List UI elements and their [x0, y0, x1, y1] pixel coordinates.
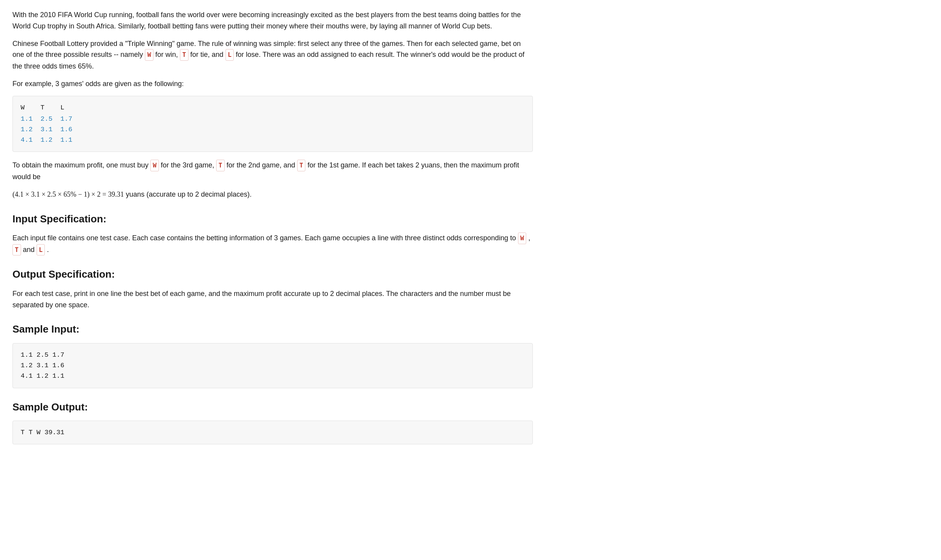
badge-t-example-2: T	[297, 160, 306, 171]
example-part1: To obtain the maximum profit, one must b…	[12, 161, 148, 169]
input-spec-heading: Input Specification:	[12, 211, 533, 227]
intro-paragraph-1: With the 2010 FIFA World Cup running, fo…	[12, 9, 533, 32]
badge-t-inline-1: T	[180, 49, 189, 61]
example-part3: for the 2nd game, and	[227, 161, 297, 169]
odds-table-row-3: 4.1 1.2 1.1	[21, 135, 525, 145]
sample-input-block: 1.1 2.5 1.7 1.2 3.1 1.6 4.1 1.2 1.1	[12, 343, 533, 388]
badge-t-input-spec: T	[12, 244, 21, 256]
badge-l-inline-1: L	[226, 49, 234, 61]
odds-table-row-2: 1.2 3.1 1.6	[21, 124, 525, 135]
input-spec-paragraph: Each input file contains one test case. …	[12, 232, 533, 255]
intro-p2-part3: for tie, and	[190, 51, 226, 58]
input-spec-period: .	[47, 246, 49, 254]
sample-output-heading: Sample Output:	[12, 399, 533, 416]
input-spec-and: and	[23, 246, 37, 254]
sample-input-line-3: 4.1 1.2 1.1	[21, 371, 525, 381]
badge-w-inline-1: W	[145, 49, 153, 61]
input-spec-part1: Each input file contains one test case. …	[12, 234, 516, 242]
sample-input-line-2: 1.2 3.1 1.6	[21, 360, 525, 371]
intro-paragraph-2: Chinese Football Lottery provided a "Tri…	[12, 38, 533, 72]
example-formula: (4.1 × 3.1 × 2.5 × 65% − 1) × 2 = 39.31 …	[12, 189, 533, 200]
sample-output-line-1: T T W 39.31	[21, 427, 525, 438]
odds-table-header: W T L	[21, 102, 525, 113]
output-spec-paragraph: For each test case, print in one line th…	[12, 288, 533, 311]
intro-p2-part2: for win,	[155, 51, 180, 58]
odds-table: W T L 1.1 2.5 1.7 1.2 3.1 1.6 4.1 1.2 1.…	[12, 96, 533, 152]
badge-t-example-1: T	[216, 160, 225, 171]
example-part2: for the 3rd game,	[161, 161, 216, 169]
sample-output-block: T T W 39.31	[12, 421, 533, 444]
sample-input-heading: Sample Input:	[12, 321, 533, 338]
intro-paragraph-3: For example, 3 games' odds are given as …	[12, 78, 533, 90]
badge-w-example: W	[150, 160, 159, 171]
odds-table-row-1: 1.1 2.5 1.7	[21, 114, 525, 124]
badge-w-input-spec: W	[518, 232, 527, 244]
output-spec-heading: Output Specification:	[12, 266, 533, 283]
input-spec-comma: ,	[528, 234, 530, 242]
badge-l-input-spec: L	[37, 244, 45, 256]
example-paragraph: To obtain the maximum profit, one must b…	[12, 160, 533, 182]
sample-input-line-1: 1.1 2.5 1.7	[21, 350, 525, 360]
